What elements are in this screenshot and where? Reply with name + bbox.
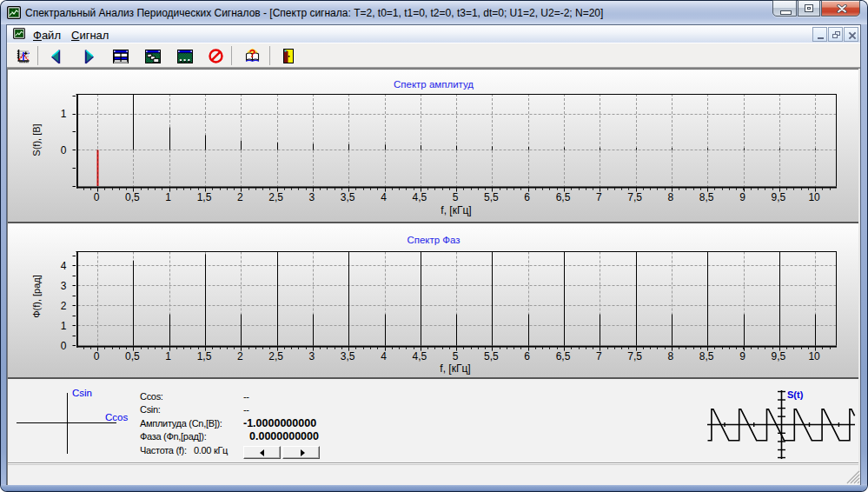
svg-text:10: 10 (808, 350, 820, 362)
svg-text:5,5: 5,5 (484, 350, 499, 362)
svg-text:3: 3 (309, 191, 315, 203)
svg-text:4: 4 (61, 260, 67, 272)
svg-text:7,5: 7,5 (627, 350, 642, 362)
svg-text:0: 0 (94, 350, 100, 362)
svg-text:3,5: 3,5 (341, 191, 355, 203)
svg-text:0: 0 (94, 191, 100, 203)
svg-text:S(t): S(t) (787, 389, 804, 400)
svg-text:9: 9 (739, 191, 745, 203)
svg-text:9,5: 9,5 (771, 350, 785, 362)
svg-text:5: 5 (453, 350, 459, 362)
svg-text:2,5: 2,5 (268, 350, 283, 362)
svg-text:2: 2 (237, 191, 243, 203)
svg-text:5,5: 5,5 (484, 191, 499, 203)
svg-text:9,5: 9,5 (771, 191, 785, 203)
svg-text:Спектр Фаз: Спектр Фаз (407, 235, 460, 245)
svg-text:4,5: 4,5 (412, 191, 427, 203)
svg-text:9: 9 (739, 350, 745, 362)
svg-text:7: 7 (596, 350, 602, 362)
svg-text:6: 6 (524, 191, 530, 203)
svg-text:6: 6 (524, 350, 530, 362)
svg-text:2: 2 (237, 350, 243, 362)
svg-text:f, [кГц]: f, [кГц] (441, 204, 471, 216)
svg-text:0,5: 0,5 (125, 191, 140, 203)
svg-text:7,5: 7,5 (627, 191, 642, 203)
svg-text:Ccos: Ccos (105, 412, 128, 422)
svg-text:S(f), [В]: S(f), [В] (31, 123, 42, 156)
svg-text:8,5: 8,5 (699, 191, 714, 203)
svg-text:2: 2 (61, 300, 67, 312)
svg-text:6,5: 6,5 (556, 350, 571, 362)
svg-text:8: 8 (668, 191, 674, 203)
svg-text:3: 3 (309, 350, 315, 362)
svg-text:5: 5 (453, 191, 459, 203)
svg-text:10: 10 (808, 191, 820, 203)
svg-text:3,5: 3,5 (341, 350, 355, 362)
svg-text:1: 1 (165, 191, 171, 203)
svg-text:0,5: 0,5 (125, 350, 140, 362)
svg-text:f, [кГц]: f, [кГц] (440, 362, 470, 375)
svg-text:1,5: 1,5 (197, 191, 212, 203)
svg-text:2,5: 2,5 (268, 191, 283, 203)
svg-text:?: ? (249, 48, 256, 60)
svg-text:Спектр амплитуд: Спектр амплитуд (394, 79, 474, 90)
svg-text:6,5: 6,5 (556, 191, 571, 203)
svg-text:4: 4 (381, 191, 387, 203)
svg-text:1: 1 (61, 320, 67, 332)
svg-text:1: 1 (165, 350, 171, 362)
svg-text:4,5: 4,5 (412, 350, 427, 362)
svg-text:3: 3 (61, 280, 67, 292)
svg-text:4: 4 (381, 350, 387, 362)
svg-text:0: 0 (61, 340, 67, 352)
svg-text:8: 8 (668, 350, 674, 362)
svg-text:Ф(f), [рад]: Ф(f), [рад] (31, 275, 42, 318)
svg-text:8,5: 8,5 (699, 350, 714, 362)
svg-text:Csin: Csin (72, 388, 92, 398)
svg-text:1: 1 (61, 108, 67, 120)
svg-text:1,5: 1,5 (197, 350, 212, 362)
svg-text:7: 7 (596, 191, 602, 203)
svg-text:0: 0 (61, 144, 67, 156)
